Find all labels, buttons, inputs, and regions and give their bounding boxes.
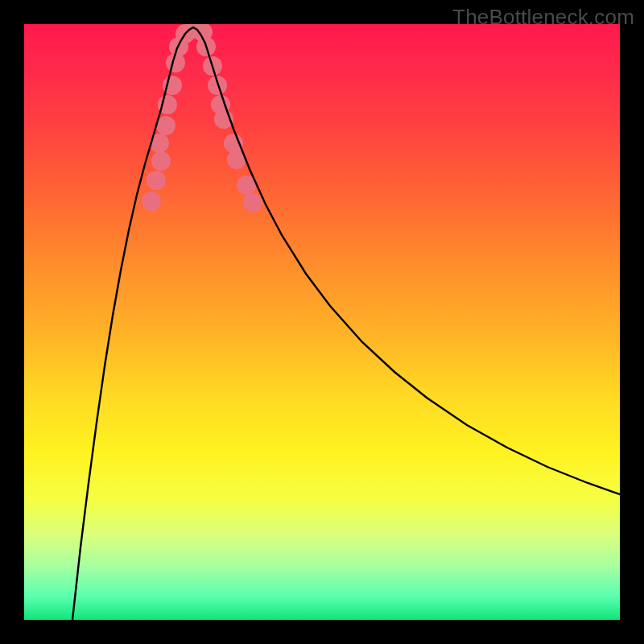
marker-layer	[142, 24, 262, 213]
marker-dot	[208, 76, 227, 95]
chart-overlay	[24, 24, 620, 620]
left-curve	[72, 27, 193, 620]
marker-dot	[243, 193, 262, 213]
right-curve	[193, 27, 620, 494]
marker-dot	[147, 171, 166, 190]
marker-dot	[142, 192, 161, 211]
marker-dot	[151, 151, 171, 171]
chart-frame	[24, 24, 620, 620]
